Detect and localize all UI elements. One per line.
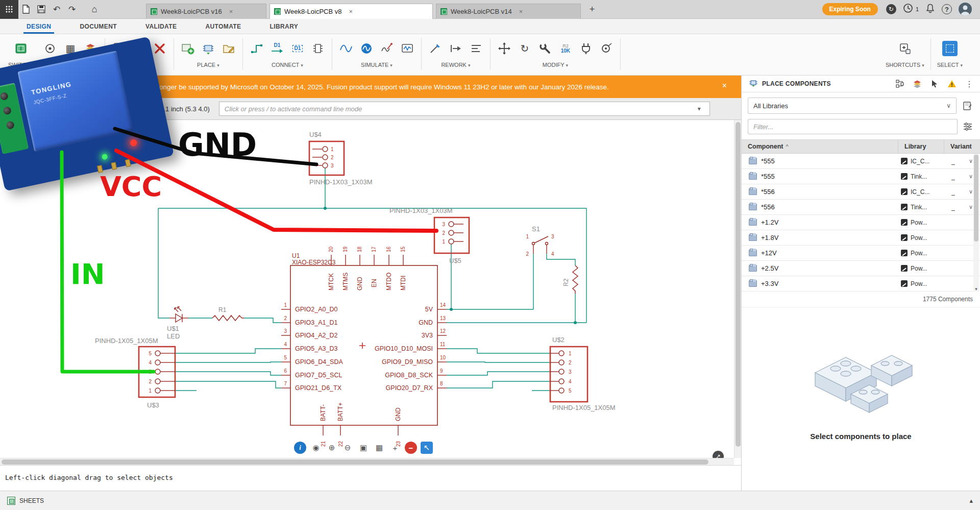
filter-input[interactable] bbox=[748, 119, 958, 134]
toolbar-label-select[interactable]: SELECT▾ bbox=[937, 62, 963, 68]
component-u2[interactable]: 1 2 3 4 5 U$2 PINHD-1X05_1X05M bbox=[550, 336, 616, 411]
table-scroll-thumb[interactable] bbox=[974, 155, 978, 241]
home-icon[interactable]: ⌂ bbox=[87, 2, 102, 17]
oscilloscope-icon[interactable] bbox=[400, 41, 415, 56]
invoke-icon[interactable] bbox=[448, 41, 463, 56]
table-row[interactable]: +1.2V Pow... bbox=[742, 215, 980, 230]
filter-settings-icon[interactable] bbox=[962, 120, 974, 133]
table-row[interactable]: +12V Pow... bbox=[742, 246, 980, 261]
value-icon[interactable]: R2 10K bbox=[558, 41, 573, 56]
component-led[interactable]: U$1 LED bbox=[167, 307, 188, 340]
vertical-scroll-thumb[interactable] bbox=[736, 122, 741, 447]
menu-automate[interactable]: AUTOMATE bbox=[191, 19, 255, 34]
sheets-label[interactable]: SHEETS bbox=[19, 497, 44, 504]
move-icon[interactable] bbox=[497, 41, 512, 56]
avatar[interactable] bbox=[959, 3, 972, 16]
bus-icon[interactable] bbox=[310, 41, 326, 56]
expand-up-icon[interactable]: ▴ bbox=[969, 497, 973, 504]
redo-icon[interactable]: ↷ bbox=[64, 2, 80, 17]
toolbar-label-shortcuts[interactable]: SHORTCUTS▾ bbox=[886, 62, 924, 68]
label-icon[interactable]: D1 bbox=[270, 41, 285, 56]
menu-design[interactable]: DESIGN bbox=[12, 19, 65, 34]
eye-icon[interactable]: ◉ bbox=[310, 442, 322, 454]
sine-icon[interactable] bbox=[338, 41, 354, 56]
inspect-icon[interactable] bbox=[42, 41, 58, 56]
save-icon[interactable] bbox=[34, 2, 49, 17]
toolbar-label-simulate[interactable]: SIMULATE▾ bbox=[361, 62, 393, 68]
align-icon[interactable] bbox=[469, 41, 484, 56]
board-switch-icon[interactable] bbox=[13, 41, 29, 56]
table-row[interactable]: *556 IC_C... _ ∨ bbox=[742, 184, 980, 200]
delete-icon[interactable] bbox=[152, 41, 167, 56]
tab-week8-loicpcb-v14[interactable]: Week8-LoicPCB v14 × bbox=[436, 4, 581, 19]
manage-libraries-icon[interactable] bbox=[221, 41, 236, 56]
toolbar-label-rework[interactable]: REWORK▾ bbox=[441, 62, 470, 68]
zoom-out-icon[interactable]: ⊖ bbox=[341, 442, 354, 454]
menu-library[interactable]: LIBRARY bbox=[255, 19, 312, 34]
place-board-icon[interactable] bbox=[180, 41, 195, 56]
column-header-library[interactable]: Library bbox=[898, 140, 944, 153]
table-row[interactable]: +1.8V Pow... bbox=[742, 230, 980, 246]
expiring-soon-badge[interactable]: Expiring Soon bbox=[822, 3, 878, 15]
probe-icon[interactable] bbox=[379, 41, 395, 56]
command-dropdown-icon[interactable]: ▾ bbox=[698, 105, 701, 112]
toolbar-label-modify[interactable]: MODIFY▾ bbox=[543, 62, 568, 68]
shortcuts-icon[interactable] bbox=[897, 41, 913, 56]
variant-chevron-icon[interactable]: ∨ bbox=[969, 158, 973, 164]
undo-icon[interactable]: ↶ bbox=[49, 2, 64, 17]
ripup-icon[interactable] bbox=[428, 41, 443, 56]
menu-document[interactable]: DOCUMENT bbox=[65, 19, 131, 34]
tab-week8-loicpcb-v8[interactable]: Week8-LoicPCB v8 × bbox=[270, 4, 433, 19]
change-icon[interactable] bbox=[537, 41, 553, 56]
vertical-scrollbar[interactable] bbox=[734, 120, 741, 458]
via-icon[interactable] bbox=[599, 41, 614, 56]
simulate-icon[interactable] bbox=[359, 41, 374, 56]
component-r2[interactable]: R2 bbox=[562, 265, 578, 294]
variant-chevron-icon[interactable]: ∨ bbox=[969, 204, 973, 210]
schematic-canvas[interactable]: 1 2 3 U$4 PINHD-1X03_1X03M 3 bbox=[0, 120, 741, 465]
toolbar-label-connect[interactable]: CONNECT▾ bbox=[272, 62, 303, 68]
place-part-icon[interactable] bbox=[201, 41, 216, 56]
toolbar-label-place[interactable]: PLACE▾ bbox=[197, 62, 219, 68]
horizontal-scrollbar[interactable] bbox=[0, 458, 734, 465]
remove-icon[interactable]: − bbox=[405, 442, 417, 454]
select-cursor-icon[interactable]: ↖ bbox=[421, 442, 433, 454]
table-row[interactable]: *556 Tink... _ ∨ bbox=[742, 200, 980, 215]
library-dropdown[interactable]: All Libraries ∨ bbox=[748, 98, 957, 114]
bell-icon[interactable] bbox=[925, 3, 935, 15]
tab-week8-loicpcb-v16[interactable]: Week8-LoicPCB v16 × bbox=[146, 4, 266, 19]
app-launcher-icon[interactable] bbox=[0, 0, 18, 19]
table-row[interactable]: *555 Tink... _ ∨ bbox=[742, 169, 980, 184]
tab-close-icon[interactable]: × bbox=[519, 8, 523, 15]
variant-chevron-icon[interactable]: ∨ bbox=[969, 188, 973, 195]
column-header-component[interactable]: Component^ bbox=[742, 143, 898, 150]
table-row[interactable]: +2.5V Pow... bbox=[742, 261, 980, 276]
variant-chevron-icon[interactable]: ∨ bbox=[969, 173, 973, 180]
file-icon[interactable] bbox=[18, 2, 34, 17]
tab-close-icon[interactable]: × bbox=[229, 8, 233, 15]
clock-icon[interactable] bbox=[903, 3, 913, 15]
component-u5[interactable]: 3 2 1 PINHD-1X03_1X03M U$5 bbox=[389, 207, 469, 264]
library-manager-icon[interactable] bbox=[961, 99, 974, 112]
layers-icon[interactable] bbox=[912, 78, 923, 89]
tab-close-icon[interactable]: × bbox=[349, 8, 353, 15]
component-u3[interactable]: 5 4 3 2 1 PINHD-1X05_1X05M U$3 bbox=[95, 337, 175, 409]
info-icon[interactable]: i bbox=[294, 442, 306, 454]
swap-icon[interactable] bbox=[578, 41, 594, 56]
zoom-fit-icon[interactable]: ▣ bbox=[357, 442, 370, 454]
new-tab-icon[interactable]: + bbox=[586, 4, 598, 15]
warning-icon[interactable] bbox=[946, 78, 958, 89]
banner-close-icon[interactable]: × bbox=[722, 81, 727, 90]
table-scrollbar[interactable]: ▾ bbox=[973, 154, 979, 292]
component-u4[interactable]: 1 2 3 U$4 PINHD-1X03_1X03M bbox=[309, 131, 373, 186]
command-line-input[interactable] bbox=[219, 102, 710, 116]
horizontal-scroll-thumb[interactable] bbox=[2, 459, 708, 465]
net-icon[interactable] bbox=[249, 41, 264, 56]
rotate-icon[interactable]: ↻ bbox=[517, 41, 532, 56]
history-icon[interactable]: ↻ bbox=[886, 4, 896, 14]
component-r1[interactable]: R1 bbox=[212, 306, 244, 321]
hierarchy-icon[interactable] bbox=[894, 78, 905, 89]
table-row[interactable]: +3.3V Pow... bbox=[742, 276, 980, 292]
column-header-variant[interactable]: Variant bbox=[944, 140, 980, 153]
select-icon[interactable] bbox=[942, 41, 958, 56]
